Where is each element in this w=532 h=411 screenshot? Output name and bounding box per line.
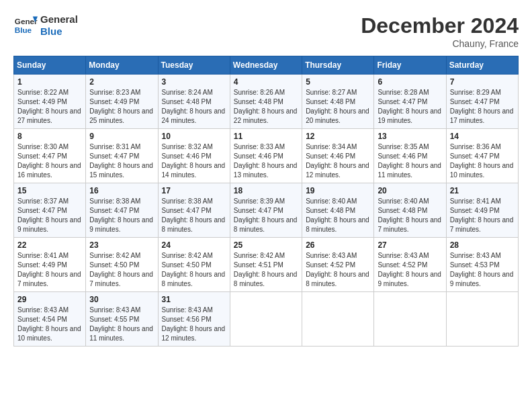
day-number: 13 [378, 132, 442, 141]
calendar-cell: 3Sunrise: 8:24 AMSunset: 4:48 PMDaylight… [158, 75, 230, 129]
calendar-cell: 17Sunrise: 8:38 AMSunset: 4:47 PMDayligh… [158, 183, 230, 238]
calendar-cell: 13Sunrise: 8:35 AMSunset: 4:46 PMDayligh… [374, 129, 446, 183]
day-header-wednesday: Wednesday [230, 56, 302, 75]
day-info: Sunrise: 8:43 AMSunset: 4:52 PMDaylight:… [306, 251, 370, 289]
day-header-monday: Monday [86, 56, 158, 75]
header-row: SundayMondayTuesdayWednesdayThursdayFrid… [14, 56, 519, 75]
day-number: 31 [162, 295, 226, 304]
day-info: Sunrise: 8:40 AMSunset: 4:48 PMDaylight:… [306, 197, 370, 234]
day-info: Sunrise: 8:43 AMSunset: 4:55 PMDaylight:… [89, 306, 154, 343]
week-row-2: 8Sunrise: 8:30 AMSunset: 4:47 PMDaylight… [14, 129, 519, 183]
day-info: Sunrise: 8:43 AMSunset: 4:53 PMDaylight:… [450, 251, 515, 289]
day-number: 25 [234, 240, 298, 250]
calendar-table: SundayMondayTuesdayWednesdayThursdayFrid… [13, 56, 519, 347]
day-number: 2 [89, 77, 154, 87]
day-header-tuesday: Tuesday [158, 56, 230, 75]
calendar-cell: 18Sunrise: 8:39 AMSunset: 4:47 PMDayligh… [230, 183, 302, 238]
day-number: 24 [162, 240, 226, 250]
day-number: 17 [162, 186, 226, 195]
day-info: Sunrise: 8:40 AMSunset: 4:48 PMDaylight:… [378, 197, 442, 234]
page-header: General Blue General Blue December 2024 … [13, 13, 519, 49]
day-number: 1 [17, 77, 82, 87]
day-info: Sunrise: 8:36 AMSunset: 4:47 PMDaylight:… [450, 142, 515, 180]
day-number: 26 [306, 240, 370, 250]
day-number: 23 [89, 240, 154, 250]
day-number: 19 [306, 186, 370, 195]
day-info: Sunrise: 8:43 AMSunset: 4:56 PMDaylight:… [162, 306, 226, 343]
calendar-cell: 10Sunrise: 8:32 AMSunset: 4:46 PMDayligh… [158, 129, 230, 183]
day-info: Sunrise: 8:43 AMSunset: 4:52 PMDaylight:… [378, 251, 442, 289]
logo: General Blue General Blue [13, 13, 78, 38]
day-info: Sunrise: 8:30 AMSunset: 4:47 PMDaylight:… [17, 142, 82, 180]
day-header-thursday: Thursday [302, 56, 374, 75]
calendar-cell [302, 292, 374, 347]
calendar-cell: 12Sunrise: 8:34 AMSunset: 4:46 PMDayligh… [302, 129, 374, 183]
day-number: 18 [234, 186, 298, 195]
day-info: Sunrise: 8:32 AMSunset: 4:46 PMDaylight:… [162, 142, 226, 180]
logo-line2: Blue [40, 26, 78, 38]
day-number: 29 [17, 295, 82, 304]
calendar-cell: 30Sunrise: 8:43 AMSunset: 4:55 PMDayligh… [86, 292, 158, 347]
calendar-cell [230, 292, 302, 347]
logo-line1: General [40, 13, 78, 26]
day-info: Sunrise: 8:35 AMSunset: 4:46 PMDaylight:… [378, 142, 442, 180]
day-info: Sunrise: 8:39 AMSunset: 4:47 PMDaylight:… [234, 197, 298, 234]
calendar-cell: 2Sunrise: 8:23 AMSunset: 4:49 PMDaylight… [86, 75, 158, 129]
calendar-cell: 9Sunrise: 8:31 AMSunset: 4:47 PMDaylight… [86, 129, 158, 183]
calendar-cell [374, 292, 446, 347]
day-info: Sunrise: 8:41 AMSunset: 4:49 PMDaylight:… [450, 197, 515, 234]
week-row-3: 15Sunrise: 8:37 AMSunset: 4:47 PMDayligh… [14, 183, 519, 238]
day-info: Sunrise: 8:41 AMSunset: 4:49 PMDaylight:… [17, 251, 82, 289]
day-info: Sunrise: 8:22 AMSunset: 4:49 PMDaylight:… [17, 88, 82, 126]
day-info: Sunrise: 8:34 AMSunset: 4:46 PMDaylight:… [306, 142, 370, 180]
day-number: 9 [89, 132, 154, 141]
day-info: Sunrise: 8:38 AMSunset: 4:47 PMDaylight:… [162, 197, 226, 234]
day-number: 10 [162, 132, 226, 141]
calendar-cell: 31Sunrise: 8:43 AMSunset: 4:56 PMDayligh… [158, 292, 230, 347]
week-row-4: 22Sunrise: 8:41 AMSunset: 4:49 PMDayligh… [14, 238, 519, 292]
day-header-friday: Friday [374, 56, 446, 75]
day-number: 28 [450, 240, 515, 250]
calendar-cell: 15Sunrise: 8:37 AMSunset: 4:47 PMDayligh… [14, 183, 86, 238]
day-number: 7 [450, 77, 515, 87]
day-number: 8 [17, 132, 82, 141]
day-number: 15 [17, 186, 82, 195]
calendar-cell: 28Sunrise: 8:43 AMSunset: 4:53 PMDayligh… [446, 238, 518, 292]
day-number: 22 [17, 240, 82, 250]
day-header-saturday: Saturday [446, 56, 518, 75]
calendar-cell: 25Sunrise: 8:42 AMSunset: 4:51 PMDayligh… [230, 238, 302, 292]
calendar-cell: 5Sunrise: 8:27 AMSunset: 4:48 PMDaylight… [302, 75, 374, 129]
day-number: 20 [378, 186, 442, 195]
calendar-cell: 26Sunrise: 8:43 AMSunset: 4:52 PMDayligh… [302, 238, 374, 292]
day-number: 6 [378, 77, 442, 87]
day-number: 3 [162, 77, 226, 87]
day-info: Sunrise: 8:23 AMSunset: 4:49 PMDaylight:… [89, 88, 154, 126]
calendar-cell: 27Sunrise: 8:43 AMSunset: 4:52 PMDayligh… [374, 238, 446, 292]
day-info: Sunrise: 8:29 AMSunset: 4:47 PMDaylight:… [450, 88, 515, 126]
calendar-cell: 20Sunrise: 8:40 AMSunset: 4:48 PMDayligh… [374, 183, 446, 238]
title-area: December 2024 Chauny, France [361, 13, 519, 49]
day-info: Sunrise: 8:24 AMSunset: 4:48 PMDaylight:… [162, 88, 226, 126]
week-row-1: 1Sunrise: 8:22 AMSunset: 4:49 PMDaylight… [14, 75, 519, 129]
calendar-cell: 29Sunrise: 8:43 AMSunset: 4:54 PMDayligh… [14, 292, 86, 347]
calendar-cell: 24Sunrise: 8:42 AMSunset: 4:50 PMDayligh… [158, 238, 230, 292]
calendar-cell: 16Sunrise: 8:38 AMSunset: 4:47 PMDayligh… [86, 183, 158, 238]
location: Chauny, France [361, 38, 519, 49]
calendar-cell: 21Sunrise: 8:41 AMSunset: 4:49 PMDayligh… [446, 183, 518, 238]
calendar-cell: 1Sunrise: 8:22 AMSunset: 4:49 PMDaylight… [14, 75, 86, 129]
day-info: Sunrise: 8:42 AMSunset: 4:50 PMDaylight:… [89, 251, 154, 289]
day-info: Sunrise: 8:31 AMSunset: 4:47 PMDaylight:… [89, 142, 154, 180]
day-info: Sunrise: 8:38 AMSunset: 4:47 PMDaylight:… [89, 197, 154, 234]
day-info: Sunrise: 8:42 AMSunset: 4:51 PMDaylight:… [234, 251, 298, 289]
calendar-cell: 14Sunrise: 8:36 AMSunset: 4:47 PMDayligh… [446, 129, 518, 183]
calendar-cell: 6Sunrise: 8:28 AMSunset: 4:47 PMDaylight… [374, 75, 446, 129]
day-number: 5 [306, 77, 370, 87]
calendar-cell: 23Sunrise: 8:42 AMSunset: 4:50 PMDayligh… [86, 238, 158, 292]
logo-icon: General Blue [13, 13, 38, 38]
day-number: 11 [234, 132, 298, 141]
calendar-cell: 19Sunrise: 8:40 AMSunset: 4:48 PMDayligh… [302, 183, 374, 238]
calendar-cell: 8Sunrise: 8:30 AMSunset: 4:47 PMDaylight… [14, 129, 86, 183]
calendar-cell: 4Sunrise: 8:26 AMSunset: 4:48 PMDaylight… [230, 75, 302, 129]
calendar-cell: 7Sunrise: 8:29 AMSunset: 4:47 PMDaylight… [446, 75, 518, 129]
day-header-sunday: Sunday [14, 56, 86, 75]
